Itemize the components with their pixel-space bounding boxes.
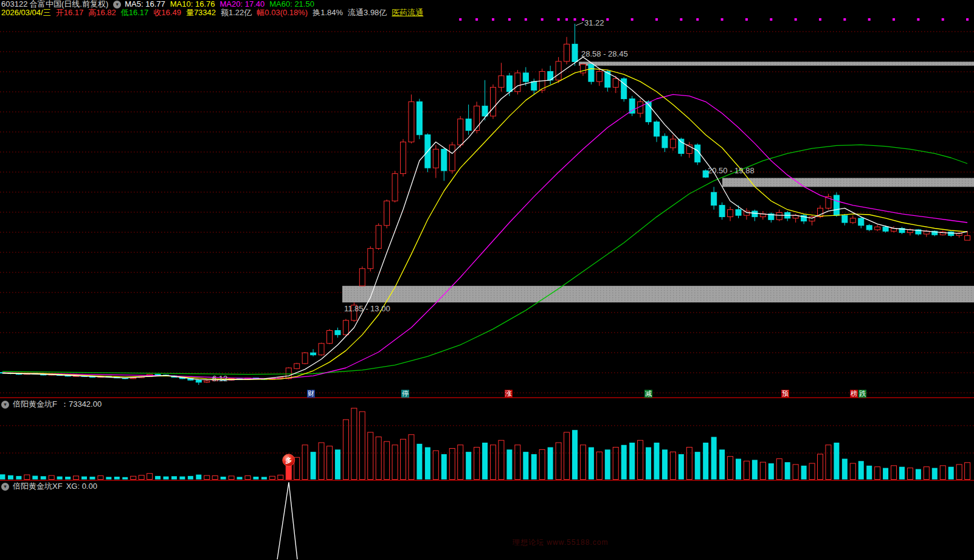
volume-bar bbox=[229, 476, 234, 480]
candle bbox=[506, 76, 512, 92]
volume-bar bbox=[891, 466, 897, 480]
volume-bar bbox=[114, 477, 120, 480]
magenta-signal-dot bbox=[541, 18, 544, 21]
volume-bar bbox=[171, 476, 177, 479]
header-field: 额1.22亿 bbox=[221, 8, 252, 17]
event-marker-跌[interactable]: 跌 bbox=[858, 390, 866, 398]
header-field: 开16.17 bbox=[56, 8, 84, 17]
volume-bar bbox=[768, 463, 774, 479]
magenta-signal-dot bbox=[745, 18, 748, 21]
volume-bar bbox=[89, 477, 95, 480]
volume-bar bbox=[686, 448, 692, 480]
volume-bar bbox=[907, 468, 913, 480]
candle bbox=[499, 76, 504, 88]
volume-bar bbox=[679, 454, 684, 480]
header-line2: 2026/03/04/三开16.17高16.82低16.17收16.49量733… bbox=[1, 9, 428, 17]
candle bbox=[384, 201, 390, 226]
header-field: MA10: 16.76 bbox=[170, 0, 215, 9]
candle bbox=[629, 99, 635, 114]
volume-bar bbox=[858, 461, 864, 479]
candle bbox=[441, 149, 447, 170]
volume-bar bbox=[179, 477, 185, 480]
forum-watermark: 理想论坛 www.55188.com bbox=[513, 538, 608, 548]
header-field: MA5: 16.77 bbox=[125, 0, 165, 9]
candle bbox=[711, 192, 717, 205]
volume-bar bbox=[204, 475, 210, 479]
candle bbox=[392, 174, 398, 201]
volume-bar bbox=[506, 449, 512, 479]
volume-bar bbox=[8, 475, 13, 480]
event-marker-财[interactable]: 财 bbox=[307, 390, 315, 398]
gap-zone-label: 28.58 - 28.45 bbox=[581, 50, 628, 58]
volume-bar bbox=[384, 441, 390, 479]
xg-spike bbox=[277, 482, 297, 559]
volume-bar bbox=[695, 452, 700, 479]
candle bbox=[491, 88, 496, 116]
tdx-window: 多 603122 合富中国(日线.前复权)▾MA5: 16.77MA10: 16… bbox=[0, 0, 974, 560]
volume-bar bbox=[793, 465, 798, 480]
candle bbox=[883, 227, 888, 231]
sector-link[interactable]: 医药流通 bbox=[392, 8, 423, 17]
candle bbox=[416, 102, 422, 134]
event-marker-榜[interactable]: 榜 bbox=[850, 390, 858, 398]
magenta-signal-dot bbox=[721, 18, 724, 21]
annotation-leader bbox=[576, 22, 583, 26]
volume-bar bbox=[548, 448, 553, 480]
candle bbox=[564, 44, 570, 61]
volume-indicator-title[interactable]: 倍阳黄金坑F bbox=[13, 399, 57, 409]
candle bbox=[589, 64, 594, 81]
volume-bar bbox=[343, 420, 348, 479]
candle bbox=[523, 73, 528, 81]
volume-bar bbox=[646, 448, 651, 480]
collapse-icon[interactable]: ▾ bbox=[1, 483, 9, 491]
volume-bar bbox=[556, 443, 561, 480]
candle bbox=[319, 344, 324, 355]
volume-bar bbox=[41, 476, 46, 479]
magenta-signal-dot bbox=[696, 18, 699, 21]
signal-indicator-title[interactable]: 倍阳黄金坑XF bbox=[13, 482, 63, 491]
volume-bar bbox=[32, 475, 38, 479]
volume-bar bbox=[916, 469, 921, 479]
magenta-signal-dot bbox=[508, 18, 511, 21]
volume-bar bbox=[948, 467, 954, 480]
volume-bar bbox=[196, 475, 201, 480]
volume-bar bbox=[155, 476, 161, 480]
volume-bar bbox=[237, 477, 243, 479]
magenta-signal-dot bbox=[942, 18, 944, 21]
candle bbox=[335, 331, 340, 335]
volume-bar bbox=[368, 432, 373, 480]
candle bbox=[662, 136, 668, 148]
volume-bar bbox=[351, 408, 357, 479]
event-marker-涨[interactable]: 涨 bbox=[505, 390, 513, 398]
event-marker-减[interactable]: 减 bbox=[644, 390, 652, 398]
candle bbox=[482, 106, 488, 116]
candle bbox=[311, 353, 316, 355]
volume-bar bbox=[760, 462, 765, 479]
volume-bar bbox=[785, 462, 790, 479]
volume-bar bbox=[596, 452, 602, 479]
price-annotation: 31.22 bbox=[584, 19, 604, 27]
event-marker-预[interactable]: 预 bbox=[781, 390, 789, 398]
collapse-icon[interactable]: ▾ bbox=[1, 401, 9, 409]
price-annotation: ←6.12 bbox=[204, 375, 227, 382]
candle bbox=[409, 102, 414, 142]
magenta-signal-dot bbox=[606, 18, 609, 21]
volume-bar bbox=[965, 463, 970, 480]
candle bbox=[719, 206, 725, 217]
volume-bar bbox=[335, 449, 340, 479]
volume-bar bbox=[278, 475, 283, 479]
magenta-signal-dot bbox=[459, 18, 461, 21]
magenta-signal-dot bbox=[795, 18, 797, 21]
volume-bar bbox=[564, 432, 570, 480]
volume-bar bbox=[81, 477, 87, 480]
volume-bar bbox=[711, 437, 717, 480]
candle bbox=[679, 139, 684, 154]
header-field: 量73342 bbox=[186, 8, 216, 17]
candle bbox=[376, 226, 381, 249]
header-field: 2026/03/04/三 bbox=[1, 8, 51, 17]
event-marker-停[interactable]: 停 bbox=[401, 390, 409, 398]
magenta-signal-dot bbox=[475, 18, 478, 21]
candle bbox=[466, 119, 471, 131]
volume-bar bbox=[269, 476, 275, 479]
magenta-signal-dot bbox=[770, 18, 772, 21]
